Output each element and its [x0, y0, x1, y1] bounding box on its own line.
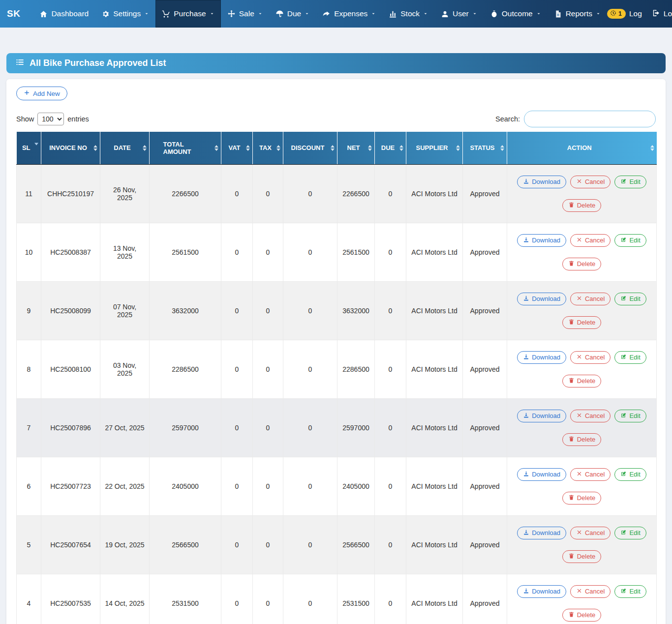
brand-logo[interactable]: SK [7, 8, 20, 19]
delete-button[interactable]: Delete [562, 550, 602, 563]
cell-vat: 0 [221, 223, 253, 281]
nav-item-reports[interactable]: Reports [548, 0, 607, 28]
sort-icon [331, 145, 335, 151]
column-header-date[interactable]: DATE [100, 132, 150, 164]
nav-item-purchase[interactable]: Purchase [155, 0, 220, 28]
cell-vat: 0 [221, 281, 253, 340]
edit-button[interactable]: Edit [614, 176, 646, 188]
column-header-invoice-no[interactable]: INVOICE NO [41, 132, 100, 164]
download-icon [523, 178, 529, 186]
cell-total-amount: 2266500 [150, 164, 221, 223]
edit-button[interactable]: Edit [614, 585, 646, 598]
nav-item-outcome[interactable]: Outcome [484, 0, 548, 28]
delete-button[interactable]: Delete [562, 316, 602, 329]
log-link[interactable]: 1 Log [607, 9, 642, 19]
cell-vat: 0 [221, 398, 253, 457]
cell-tax: 0 [253, 340, 283, 398]
add-new-button[interactable]: Add New [16, 87, 67, 100]
column-header-status[interactable]: STATUS [463, 132, 507, 164]
delete-button[interactable]: Delete [562, 375, 602, 387]
column-header-discount[interactable]: DISCOUNT [283, 132, 337, 164]
cell-sl: 11 [17, 164, 41, 223]
cell-net: 2531500 [337, 574, 375, 624]
cell-discount: 0 [283, 515, 337, 574]
cell-due: 0 [375, 340, 406, 398]
cancel-button[interactable]: Cancel [570, 176, 611, 188]
cell-due: 0 [375, 164, 406, 223]
edit-button[interactable]: Edit [614, 527, 646, 539]
table-row: 4 HC25007535 14 Oct, 2025 2531500 0 0 0 … [17, 574, 657, 624]
edit-pencil-icon [620, 295, 627, 303]
column-header-tax[interactable]: TAX [253, 132, 283, 164]
edit-button[interactable]: Edit [614, 410, 646, 422]
edit-button[interactable]: Edit [614, 234, 646, 247]
download-button[interactable]: Download [517, 585, 566, 598]
nav-item-settings[interactable]: Settings [95, 0, 155, 28]
trash-icon [568, 202, 575, 209]
edit-button[interactable]: Edit [614, 293, 646, 305]
x-icon [576, 412, 582, 420]
x-icon [576, 178, 582, 186]
trash-icon [568, 436, 575, 444]
delete-button[interactable]: Delete [562, 258, 602, 270]
edit-button[interactable]: Edit [614, 351, 646, 364]
cell-status: Approved [463, 457, 507, 515]
search-input[interactable] [524, 111, 656, 127]
cell-due: 0 [375, 223, 406, 281]
table-row: 6 HC25007723 22 Oct, 2025 2405000 0 0 0 … [17, 457, 657, 515]
page-length-select[interactable]: 100 [37, 113, 64, 125]
column-header-due[interactable]: DUE [375, 132, 406, 164]
cancel-button[interactable]: Cancel [570, 351, 611, 364]
download-button[interactable]: Download [517, 410, 566, 422]
cell-discount: 0 [283, 457, 337, 515]
cell-discount: 0 [283, 574, 337, 624]
cell-invoice-no: HC25008100 [41, 340, 100, 398]
column-header-action[interactable]: ACTION [507, 132, 657, 164]
column-header-sl[interactable]: SL [17, 132, 41, 164]
nav-item-dashboard[interactable]: Dashboard [33, 0, 95, 28]
report-file-icon [554, 10, 562, 18]
delete-button[interactable]: Delete [562, 199, 602, 212]
nav-item-due[interactable]: Due [269, 0, 316, 28]
nav-item-sale[interactable]: Sale [221, 0, 269, 28]
download-icon [523, 471, 529, 478]
download-button[interactable]: Download [517, 234, 566, 247]
logout-link[interactable]: Logout [652, 9, 672, 19]
cell-net: 3632000 [337, 281, 375, 340]
delete-button[interactable]: Delete [562, 609, 602, 622]
delete-button[interactable]: Delete [562, 433, 602, 446]
cancel-button[interactable]: Cancel [570, 527, 611, 539]
cell-tax: 0 [253, 574, 283, 624]
nav-item-expenses[interactable]: Expenses [316, 0, 382, 28]
download-button[interactable]: Download [517, 293, 566, 305]
edit-button[interactable]: Edit [614, 468, 646, 481]
cell-sl: 6 [17, 457, 41, 515]
cell-sl: 8 [17, 340, 41, 398]
download-button[interactable]: Download [517, 527, 566, 539]
cell-vat: 0 [221, 515, 253, 574]
download-button[interactable]: Download [517, 176, 566, 188]
column-header-supplier[interactable]: SUPPLIER [406, 132, 463, 164]
navbar: SK DashboardSettingsPurchaseSaleDueExpen… [0, 0, 672, 28]
column-header-vat[interactable]: VAT [221, 132, 253, 164]
cancel-button[interactable]: Cancel [570, 293, 611, 305]
cell-tax: 0 [253, 281, 283, 340]
cancel-button[interactable]: Cancel [570, 585, 611, 598]
cancel-button[interactable]: Cancel [570, 234, 611, 247]
cancel-button[interactable]: Cancel [570, 410, 611, 422]
nav-item-stock[interactable]: Stock [382, 0, 434, 28]
download-button[interactable]: Download [517, 351, 566, 364]
delete-button[interactable]: Delete [562, 492, 602, 505]
column-header-total-amount[interactable]: TOTAL AMOUNT [150, 132, 221, 164]
cell-total-amount: 2566500 [150, 515, 221, 574]
download-button[interactable]: Download [517, 468, 566, 481]
edit-pencil-icon [620, 354, 627, 361]
x-icon [576, 588, 582, 595]
column-header-net[interactable]: NET [337, 132, 375, 164]
cell-sl: 9 [17, 281, 41, 340]
cancel-button[interactable]: Cancel [570, 468, 611, 481]
cell-net: 2597000 [337, 398, 375, 457]
nav-item-user[interactable]: User [434, 0, 484, 28]
show-entries-control: Show 100 entries [16, 113, 89, 125]
umbrella-icon [275, 10, 284, 18]
